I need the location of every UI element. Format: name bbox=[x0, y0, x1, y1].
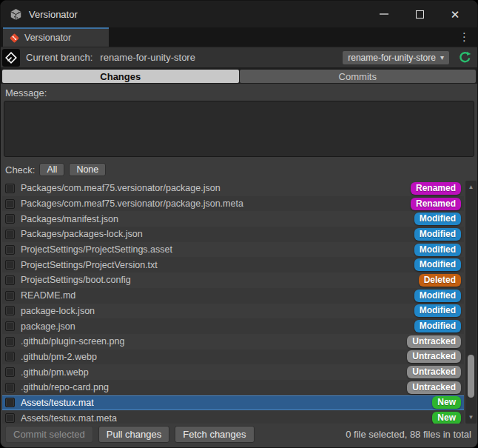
selection-summary: 0 file selected, 88 files in total bbox=[346, 429, 471, 440]
file-row[interactable]: ProjectSettings/ProjectSettings.asset Mo… bbox=[2, 242, 464, 258]
file-checkbox[interactable] bbox=[5, 214, 15, 224]
file-checkbox[interactable] bbox=[5, 184, 15, 193]
file-path: Packages/com.meaf75.versionator/package.… bbox=[21, 198, 243, 209]
check-all-button[interactable]: All bbox=[39, 163, 64, 176]
file-row[interactable]: .github/pm.webp Untracked bbox=[2, 364, 464, 380]
close-icon: ✕ bbox=[451, 9, 460, 20]
status-badge: Untracked bbox=[407, 335, 461, 348]
tab-label: Versionator bbox=[24, 33, 71, 43]
message-input[interactable] bbox=[4, 101, 474, 157]
file-path: ProjectSettings/boot.config bbox=[21, 275, 131, 285]
scrollbar-thumb[interactable] bbox=[468, 355, 474, 398]
file-checkbox[interactable] bbox=[5, 413, 15, 423]
file-path: Assets/testux.mat bbox=[21, 398, 94, 408]
file-checkbox[interactable] bbox=[5, 398, 15, 407]
status-badge: Untracked bbox=[407, 381, 461, 394]
file-row[interactable]: .github/pm-2.webp Untracked bbox=[2, 350, 464, 365]
minimize-button[interactable] bbox=[369, 3, 399, 25]
refresh-icon bbox=[458, 50, 472, 64]
status-badge: New bbox=[432, 396, 461, 409]
status-badge: Modified bbox=[414, 258, 461, 271]
file-row[interactable]: Packages/packages-lock.json Modified bbox=[2, 227, 464, 242]
file-path: .github/pm.webp bbox=[21, 367, 89, 378]
pull-changes-button[interactable]: Pull changes bbox=[98, 426, 169, 443]
status-badge: Renamed bbox=[411, 198, 461, 210]
file-row[interactable]: Packages/com.meaf75.versionator/package.… bbox=[2, 196, 464, 212]
check-none-button[interactable]: None bbox=[69, 163, 106, 176]
file-path: .github/repo-card.png bbox=[21, 382, 109, 392]
file-checkbox[interactable] bbox=[5, 199, 15, 209]
file-checkbox[interactable] bbox=[5, 230, 15, 239]
tab-commits[interactable]: Commits bbox=[240, 70, 477, 83]
file-path: .github/plugin-screen.png bbox=[21, 336, 124, 347]
check-label: Check: bbox=[5, 164, 35, 175]
current-branch-label: Current branch: bbox=[26, 52, 92, 63]
tab-versionator[interactable]: Versionator bbox=[3, 27, 109, 47]
file-path: ProjectSettings/ProjectVersion.txt bbox=[21, 260, 158, 270]
close-button[interactable]: ✕ bbox=[440, 3, 470, 25]
scroll-down-icon[interactable]: ▼ bbox=[468, 411, 474, 424]
scrollbar-track[interactable] bbox=[465, 193, 477, 411]
status-badge: Modified bbox=[414, 213, 461, 225]
tab-changes[interactable]: Changes bbox=[2, 70, 239, 83]
branch-dropdown-value: rename-for-unity-store bbox=[348, 53, 436, 63]
file-list: Packages/com.meaf75.versionator/package.… bbox=[1, 179, 477, 424]
check-row: Check: All None bbox=[1, 160, 477, 179]
file-row[interactable]: ProjectSettings/ProjectVersion.txt Modif… bbox=[2, 257, 464, 273]
branch-dropdown[interactable]: rename-for-unity-store ▾ bbox=[342, 50, 450, 65]
file-path: .github/pm-2.webp bbox=[21, 352, 97, 362]
file-path: ProjectSettings/ProjectSettings.asset bbox=[21, 244, 172, 255]
status-badge: Renamed bbox=[411, 182, 461, 195]
commit-selected-button[interactable]: Commit selected bbox=[5, 426, 93, 443]
file-row[interactable]: Packages/com.meaf75.versionator/package.… bbox=[2, 181, 464, 196]
fetch-changes-button[interactable]: Fetch changes bbox=[175, 426, 254, 443]
versionator-logo-icon bbox=[2, 49, 20, 67]
file-checkbox[interactable] bbox=[5, 291, 15, 301]
file-checkbox[interactable] bbox=[5, 306, 15, 315]
file-path: Packages/packages-lock.json bbox=[21, 229, 143, 239]
file-checkbox[interactable] bbox=[5, 275, 15, 285]
message-label: Message: bbox=[1, 84, 477, 100]
file-checkbox[interactable] bbox=[5, 321, 15, 331]
file-path: Packages/manifest.json bbox=[21, 214, 118, 224]
file-row[interactable]: ProjectSettings/boot.config Deleted bbox=[2, 273, 464, 288]
file-checkbox[interactable] bbox=[5, 245, 15, 255]
file-row[interactable]: README.md Modified bbox=[2, 288, 464, 304]
refresh-button[interactable] bbox=[456, 50, 474, 64]
footer-bar: Commit selected Pull changes Fetch chang… bbox=[1, 424, 477, 447]
file-row[interactable]: Assets/testux.mat.meta New bbox=[2, 410, 464, 424]
editor-tab-strip: Versionator ⋮ bbox=[1, 27, 477, 47]
file-row[interactable]: Assets/testux.mat New bbox=[2, 395, 464, 411]
current-branch-name: rename-for-unity-store bbox=[100, 52, 195, 63]
file-row[interactable]: package.json Modified bbox=[2, 318, 464, 334]
file-checkbox[interactable] bbox=[5, 337, 15, 347]
status-badge: Modified bbox=[414, 244, 461, 256]
file-path: README.md bbox=[21, 290, 75, 301]
status-badge: Deleted bbox=[419, 274, 461, 287]
file-path: package.json bbox=[21, 321, 75, 332]
file-checkbox[interactable] bbox=[5, 352, 15, 361]
kebab-menu-icon[interactable]: ⋮ bbox=[451, 30, 477, 44]
status-badge: Untracked bbox=[407, 350, 461, 363]
file-checkbox[interactable] bbox=[5, 383, 15, 392]
view-tabs: Changes Commits bbox=[1, 67, 477, 84]
status-badge: Modified bbox=[414, 320, 461, 332]
scrollbar[interactable]: ▲ ▼ bbox=[465, 181, 477, 424]
title-bar: Versionator ✕ bbox=[1, 1, 477, 27]
file-row[interactable]: package-lock.json Modified bbox=[2, 304, 464, 319]
status-badge: Modified bbox=[414, 304, 461, 317]
status-badge: Modified bbox=[414, 228, 461, 241]
scroll-up-icon[interactable]: ▲ bbox=[468, 181, 474, 193]
file-checkbox[interactable] bbox=[5, 260, 15, 270]
window-controls: ✕ bbox=[369, 3, 470, 25]
file-checkbox[interactable] bbox=[5, 367, 15, 377]
die-cube-icon bbox=[10, 8, 22, 21]
file-row[interactable]: Packages/manifest.json Modified bbox=[2, 211, 464, 227]
maximize-icon bbox=[416, 10, 424, 19]
maximize-button[interactable] bbox=[405, 3, 434, 25]
status-badge: Untracked bbox=[407, 366, 461, 378]
file-row[interactable]: .github/plugin-screen.png Untracked bbox=[2, 334, 464, 350]
file-row[interactable]: .github/repo-card.png Untracked bbox=[2, 380, 464, 395]
minimize-icon bbox=[380, 13, 388, 15]
file-path: Packages/com.meaf75.versionator/package.… bbox=[21, 183, 221, 193]
